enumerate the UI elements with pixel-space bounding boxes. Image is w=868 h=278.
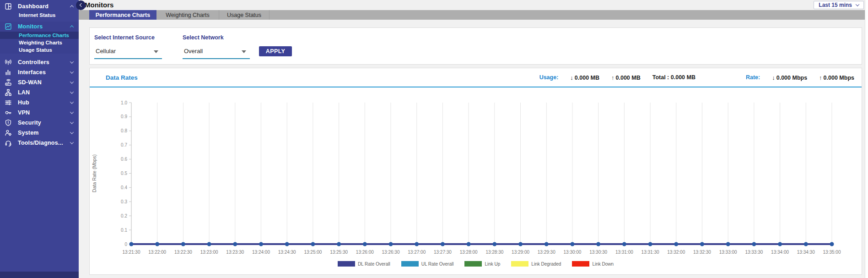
- sidebar-collapse-button[interactable]: [76, 0, 86, 10]
- filter-card: Select Internet Source Cellular Select N…: [89, 27, 862, 65]
- svg-text:13:33:00: 13:33:00: [719, 250, 737, 255]
- tab-usage-status[interactable]: Usage Status: [219, 10, 270, 20]
- chevron-down-icon: [70, 70, 74, 73]
- svg-text:13:22:00: 13:22:00: [148, 250, 166, 255]
- svg-text:13:27:00: 13:27:00: [408, 250, 426, 255]
- sidebar-item-vpn[interactable]: VPN: [0, 108, 79, 118]
- sidebar-item-interfaces[interactable]: Interfaces: [0, 67, 79, 77]
- legend-swatch: [401, 261, 419, 267]
- sidebar-item-label: Controllers: [18, 59, 70, 65]
- legend-swatch: [572, 261, 589, 267]
- sidebar: DashboardInternet StatusMonitorsPerforma…: [0, 0, 79, 278]
- sidebar-item-label: Interfaces: [18, 69, 70, 76]
- svg-text:0.9: 0.9: [121, 114, 127, 119]
- svg-text:13:29:30: 13:29:30: [538, 250, 555, 255]
- svg-text:13:31:30: 13:31:30: [642, 250, 659, 255]
- svg-text:13:33:30: 13:33:30: [745, 250, 763, 255]
- sidebar-subitem-internet-status[interactable]: Internet Status: [0, 11, 79, 19]
- main-content: Monitors Last 15 mins Performance Charts…: [79, 0, 868, 278]
- down-arrow-icon: ↓: [570, 74, 573, 81]
- data-rates-header: Data Rates Usage: ↓0.000 MB ↑0.000 MB To…: [90, 68, 862, 87]
- up-arrow-icon: ↑: [611, 74, 615, 81]
- svg-text:13:29:00: 13:29:00: [512, 250, 529, 255]
- svg-text:13:24:00: 13:24:00: [252, 250, 270, 255]
- svg-text:Data Rate (Mbps): Data Rate (Mbps): [92, 154, 97, 192]
- legend-label: DL Rate Overall: [358, 262, 390, 267]
- svg-text:13:35:00: 13:35:00: [823, 250, 841, 255]
- svg-text:0.5: 0.5: [121, 171, 127, 176]
- svg-text:0.3: 0.3: [121, 199, 127, 204]
- time-range-dropdown[interactable]: Last 15 mins: [814, 1, 864, 9]
- usage-upload: ↑0.000 MB: [611, 74, 641, 81]
- rate-upload: ↑0.000 Mbps: [819, 74, 854, 81]
- rate-label: Rate:: [746, 74, 760, 81]
- apply-button[interactable]: APPLY: [259, 46, 292, 56]
- sidebar-footer: [0, 272, 79, 278]
- svg-text:13:23:30: 13:23:30: [226, 250, 244, 255]
- sidebar-item-lan[interactable]: LAN: [0, 87, 79, 98]
- sidebar-item-tools-diagnos[interactable]: Tools/Diagnos...: [0, 138, 79, 148]
- legend-label: Link Up: [485, 262, 500, 267]
- sidebar-item-label: VPN: [18, 109, 70, 116]
- tab-performance-charts[interactable]: Performance Charts: [89, 10, 156, 20]
- svg-text:13:21:30: 13:21:30: [123, 250, 140, 255]
- scrollbar-gutter[interactable]: [865, 0, 868, 278]
- chevron-down-icon: [856, 2, 859, 6]
- sidebar-nav: DashboardInternet StatusMonitorsPerforma…: [0, 0, 79, 148]
- sidebar-subitem-performance-charts[interactable]: Performance Charts: [0, 32, 79, 39]
- svg-text:13:25:00: 13:25:00: [304, 250, 322, 255]
- svg-text:13:22:30: 13:22:30: [174, 250, 192, 255]
- chevron-down-icon: [70, 60, 74, 63]
- svg-text:13:28:30: 13:28:30: [485, 250, 503, 255]
- svg-text:0.4: 0.4: [121, 185, 127, 190]
- sidebar-item-label: Monitors: [18, 23, 70, 30]
- tabbar: Performance Charts Weighting Charts Usag…: [79, 10, 868, 20]
- chevron-down-icon: [70, 80, 74, 83]
- tools-icon: [5, 139, 12, 147]
- select-underline: [183, 58, 250, 59]
- sidebar-item-dashboard[interactable]: Dashboard: [0, 1, 79, 11]
- sidebar-item-sd-wan[interactable]: SD-WAN: [0, 77, 79, 87]
- svg-text:0: 0: [124, 242, 127, 247]
- sidebar-subitem-weighting-charts[interactable]: Weighting Charts: [0, 39, 79, 46]
- network-select[interactable]: Overall: [183, 46, 250, 57]
- page-title: Monitors: [85, 1, 113, 9]
- controllers-icon: [5, 59, 12, 66]
- dropdown-caret-icon: [154, 50, 158, 53]
- sidebar-item-label: Security: [18, 120, 70, 126]
- legend-swatch: [338, 261, 355, 267]
- data-rates-chart: 13:21:3013:22:0013:22:3013:23:0013:23:30…: [90, 87, 862, 258]
- svg-text:13:34:00: 13:34:00: [771, 250, 789, 255]
- chevron-down-icon: [70, 140, 74, 144]
- sidebar-item-security[interactable]: Security: [0, 118, 79, 128]
- chevron-up-icon: [70, 25, 74, 29]
- time-range-value: Last 15 mins: [819, 2, 852, 8]
- svg-text:0.6: 0.6: [121, 157, 127, 162]
- security-icon: [5, 119, 12, 126]
- sidebar-item-label: Tools/Diagnos...: [18, 140, 70, 146]
- sidebar-subitem-usage-status[interactable]: Usage Status: [0, 46, 79, 54]
- chevron-left-icon: [80, 3, 83, 7]
- tab-weighting-charts[interactable]: Weighting Charts: [156, 10, 219, 20]
- sidebar-item-controllers[interactable]: Controllers: [0, 57, 79, 67]
- sidebar-item-label: SD-WAN: [18, 79, 70, 86]
- chevron-down-icon: [70, 130, 74, 134]
- chevron-down-icon: [70, 100, 74, 104]
- chevron-down-icon: [70, 110, 74, 114]
- sidebar-item-label: Internet Status: [19, 12, 56, 18]
- svg-text:1.0: 1.0: [121, 100, 127, 105]
- chevron-down-icon: [70, 90, 74, 93]
- sidebar-item-label: System: [18, 130, 70, 136]
- sidebar-item-label: Hub: [18, 99, 70, 106]
- hub-icon: [5, 99, 12, 106]
- sidebar-item-label: Dashboard: [18, 3, 70, 10]
- topbar: Monitors Last 15 mins: [79, 0, 868, 10]
- up-arrow-icon: ↑: [819, 74, 822, 81]
- sidebar-item-system[interactable]: System: [0, 128, 79, 138]
- legend-item-ul-rate-overall: UL Rate Overall: [401, 261, 454, 267]
- svg-text:0.8: 0.8: [121, 128, 127, 133]
- sidebar-item-hub[interactable]: Hub: [0, 98, 79, 108]
- sidebar-item-monitors[interactable]: Monitors: [0, 22, 79, 32]
- internet-source-select[interactable]: Cellular: [94, 46, 162, 57]
- svg-text:0.7: 0.7: [121, 142, 127, 147]
